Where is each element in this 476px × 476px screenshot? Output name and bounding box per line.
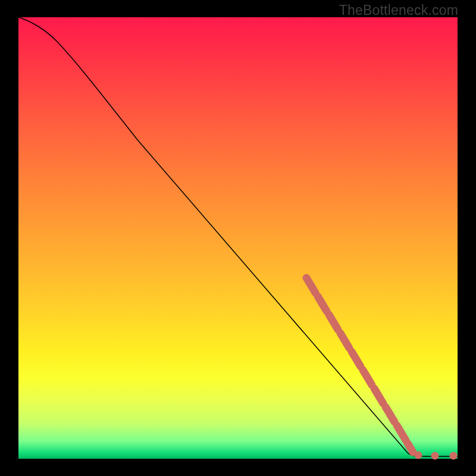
svg-point-11: [431, 452, 439, 460]
svg-line-4: [352, 352, 361, 367]
chart-frame: TheBottleneck.com: [0, 0, 476, 476]
watermark-text: TheBottleneck.com: [339, 2, 458, 18]
svg-line-2: [329, 315, 338, 330]
svg-line-8: [397, 425, 406, 440]
chart-svg: [18, 17, 458, 459]
svg-line-3: [340, 333, 349, 348]
svg-line-1: [318, 296, 327, 311]
svg-line-5: [363, 370, 372, 385]
svg-line-9: [408, 443, 413, 452]
highlight-segment: [306, 278, 458, 460]
svg-line-0: [306, 278, 315, 293]
svg-point-12: [450, 452, 458, 460]
plot-area: [18, 17, 458, 459]
curve-line: [18, 17, 458, 456]
svg-line-7: [386, 407, 394, 422]
svg-line-6: [374, 389, 383, 403]
svg-point-10: [415, 452, 422, 459]
